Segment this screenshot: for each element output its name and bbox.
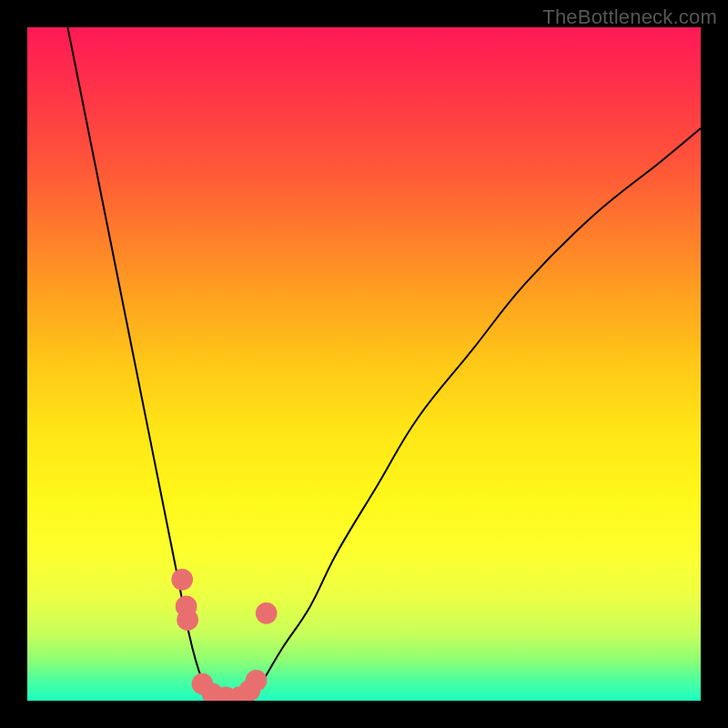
svg-point-0 bbox=[171, 569, 193, 591]
watermark-text: TheBottleneck.com bbox=[542, 5, 717, 29]
bottleneck-curve bbox=[27, 27, 701, 701]
plot-area bbox=[27, 27, 701, 701]
chart-stage: TheBottleneck.com bbox=[0, 0, 728, 728]
svg-point-8 bbox=[246, 670, 268, 692]
svg-point-2 bbox=[177, 609, 198, 631]
svg-point-9 bbox=[256, 602, 278, 624]
